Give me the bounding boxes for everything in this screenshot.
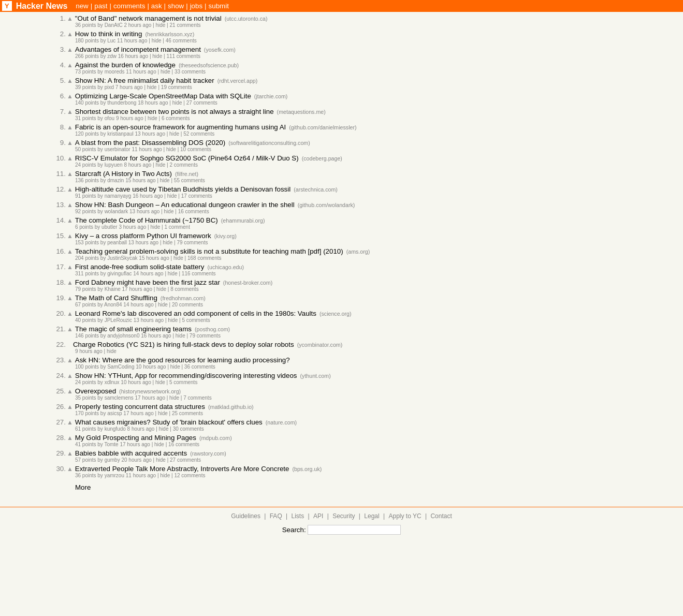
story-user[interactable]: zdw <box>107 53 117 59</box>
story-comments-link[interactable]: 16 comments <box>178 209 209 214</box>
story-comments-link[interactable]: 168 comments <box>187 255 222 261</box>
upvote-arrow[interactable]: ▲ <box>67 124 73 131</box>
search-input[interactable] <box>308 525 401 535</box>
footer-security[interactable]: Security <box>332 512 355 520</box>
story-comments-link[interactable]: 12 comments <box>174 473 205 478</box>
hide-link[interactable]: hide <box>154 442 164 447</box>
upvote-arrow[interactable]: ▲ <box>67 263 73 271</box>
upvote-arrow[interactable]: ▲ <box>67 186 73 193</box>
story-title-link[interactable]: Show HN: A free minimalist daily habit t… <box>75 77 214 84</box>
story-comments-link[interactable]: 36 comments <box>184 364 215 370</box>
nav-jobs[interactable]: jobs <box>190 2 202 10</box>
hide-link[interactable]: hide <box>169 395 179 401</box>
story-title-link[interactable]: Babies babble with acquired accents <box>75 449 187 457</box>
story-comments-link[interactable]: 17 comments <box>181 193 212 199</box>
story-user[interactable]: Khaine <box>105 286 121 292</box>
upvote-arrow[interactable]: ▲ <box>67 465 73 473</box>
story-user[interactable]: ubutler <box>101 224 118 230</box>
story-comments-link[interactable]: 55 comments <box>174 178 205 183</box>
story-user[interactable]: yamrzou <box>105 473 124 478</box>
story-comments-link[interactable]: 7 comments <box>183 395 211 401</box>
hide-link[interactable]: hide <box>155 162 165 168</box>
story-user[interactable]: pixd <box>105 84 114 90</box>
upvote-arrow[interactable]: ▲ <box>67 139 73 146</box>
story-title-link[interactable]: What causes migraines? Study of 'brain b… <box>75 418 263 426</box>
more-link[interactable]: More <box>51 480 632 491</box>
story-comments-link[interactable]: 111 comments <box>166 53 200 59</box>
story-user[interactable]: ofou <box>105 115 114 121</box>
upvote-arrow[interactable]: ▲ <box>67 155 73 162</box>
nav-new[interactable]: new <box>76 2 88 10</box>
footer-apply-yc[interactable]: Apply to YC <box>388 512 421 520</box>
story-comments-link[interactable]: 33 comments <box>175 69 206 75</box>
hide-link[interactable]: hide <box>156 286 166 292</box>
story-user[interactable]: Tomte <box>104 442 118 447</box>
hide-link[interactable]: hide <box>161 69 170 75</box>
upvote-arrow[interactable]: ▲ <box>67 310 73 317</box>
footer-guidelines[interactable]: Guidelines <box>231 512 260 520</box>
nav-submit[interactable]: submit <box>209 2 229 10</box>
footer-legal[interactable]: Legal <box>364 512 379 520</box>
story-user[interactable]: givinguflac <box>107 271 132 276</box>
hide-link[interactable]: hide <box>148 115 157 121</box>
story-title-link[interactable]: High-altitude cave used by Tibetan Buddh… <box>75 185 290 193</box>
story-user[interactable]: Anon84 <box>104 302 122 307</box>
story-title-link[interactable]: First anode-free sodium solid-state batt… <box>75 263 205 271</box>
story-user[interactable]: JPLeRouzic <box>105 317 132 323</box>
story-comments-link[interactable]: 5 comments <box>182 317 210 323</box>
story-title-link[interactable]: The complete Code of Hammurabi (~1750 BC… <box>75 216 218 224</box>
upvote-arrow[interactable]: ▲ <box>67 201 73 209</box>
story-comments-link[interactable]: 27 comments <box>170 457 201 463</box>
story-title-link[interactable]: Kivy – a cross platform Python UI framew… <box>75 232 211 240</box>
nav-comments[interactable]: comments <box>113 2 145 10</box>
story-title-link[interactable]: Show HN: Bash Dungeon – An educational d… <box>75 201 295 209</box>
story-comments-link[interactable]: 6 comments <box>162 115 190 121</box>
upvote-arrow[interactable]: ▲ <box>67 77 73 84</box>
hn-logo[interactable]: Y <box>2 1 12 11</box>
story-title-link[interactable]: Teaching general problem-solving skills … <box>75 247 343 255</box>
upvote-arrow[interactable]: ▲ <box>67 295 73 302</box>
upvote-arrow[interactable]: ▲ <box>67 403 73 410</box>
story-user[interactable]: namanyayg <box>105 193 132 199</box>
upvote-arrow[interactable]: ▲ <box>67 357 73 364</box>
story-title-link[interactable]: Fabric is an open-source framework for a… <box>75 123 286 131</box>
story-comments-link[interactable]: 79 comments <box>177 240 208 245</box>
story-user[interactable]: gumby <box>105 457 120 463</box>
story-user[interactable]: wolandark <box>105 209 128 214</box>
story-user[interactable]: kristianpaul <box>107 131 134 137</box>
story-user[interactable]: peanball <box>107 240 127 245</box>
hide-link[interactable]: hide <box>163 240 172 245</box>
upvote-arrow[interactable]: ▲ <box>67 419 73 426</box>
site-name[interactable]: Hacker News <box>16 2 68 11</box>
story-title-link[interactable]: Properly testing concurrent data structu… <box>75 403 205 410</box>
upvote-arrow[interactable]: ▲ <box>67 170 73 178</box>
story-title-link[interactable]: Advantages of incompetent management <box>75 46 201 53</box>
upvote-arrow[interactable]: ▲ <box>67 326 73 333</box>
footer-lists[interactable]: Lists <box>292 512 304 520</box>
story-user[interactable]: SamCoding <box>107 364 134 370</box>
story-title-link[interactable]: Starcraft (A History in Two Acts) <box>75 170 172 178</box>
story-user[interactable]: userbinator <box>105 146 130 152</box>
hide-link[interactable]: hide <box>158 410 168 416</box>
hide-link[interactable]: hide <box>147 84 157 90</box>
story-title-link[interactable]: RISC-V Emulator for Sophgo SG2000 SoC (P… <box>75 154 299 162</box>
story-comments-link[interactable]: 1 comment <box>164 224 190 230</box>
hide-link[interactable]: hide <box>160 178 170 183</box>
story-title-link[interactable]: The magic of small engineering teams <box>75 325 192 333</box>
hide-link[interactable]: hide <box>169 131 179 137</box>
story-title-link[interactable]: Ask HN: Where are the good resources for… <box>75 356 290 364</box>
footer-contact[interactable]: Contact <box>430 512 452 520</box>
nav-past[interactable]: past <box>94 2 107 10</box>
story-title-link[interactable]: Overexposed <box>75 387 116 395</box>
story-comments-link[interactable]: 46 comments <box>166 38 197 43</box>
upvote-arrow[interactable]: ▲ <box>67 248 73 255</box>
story-comments-link[interactable]: 21 comments <box>169 22 200 28</box>
upvote-arrow[interactable]: ▲ <box>67 232 73 240</box>
story-title-link[interactable]: My Gold Prospecting and Mining Pages <box>75 434 196 442</box>
hide-link[interactable]: hide <box>168 317 178 323</box>
upvote-arrow[interactable]: ▲ <box>67 108 73 115</box>
upvote-arrow[interactable]: ▲ <box>67 217 73 224</box>
story-comments-link[interactable]: 27 comments <box>186 100 217 106</box>
story-comments-link[interactable]: 19 comments <box>161 84 192 90</box>
hide-link[interactable]: hide <box>167 193 177 199</box>
